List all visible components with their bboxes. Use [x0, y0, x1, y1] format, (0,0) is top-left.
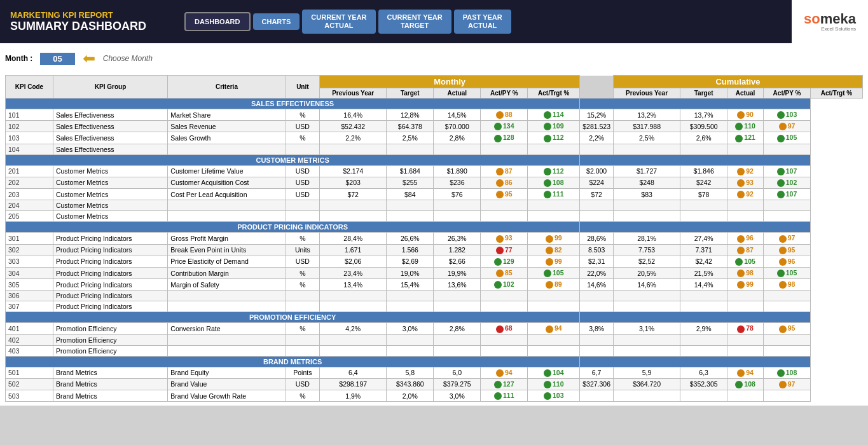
divider — [580, 76, 614, 99]
val-m-atrgt: 105 — [553, 269, 564, 277]
dot-c-atrgt — [777, 369, 785, 377]
row-c-apy: 98 — [727, 267, 764, 278]
dot-c-atrgt — [777, 270, 785, 277]
row-m-act: 19,9% — [434, 267, 481, 278]
table-row: 205 Customer Metrics — [6, 211, 863, 222]
row-m-tgt: $255 — [387, 177, 434, 188]
row-m-py: 16,4% — [320, 109, 387, 121]
row-c-tgt: 7.753 — [614, 244, 680, 256]
table-row: 303 Product Pricing Indicators Price Ela… — [6, 256, 863, 267]
col-kpi-group: KPI Group — [53, 76, 167, 99]
dot-c-atrgt — [779, 325, 787, 333]
row-m-py: 13,4% — [320, 279, 387, 291]
table-row: 307 Product Pricing Indicators — [6, 301, 863, 312]
nav-charts[interactable]: CHARTS — [253, 13, 300, 30]
row-unit: % — [286, 132, 320, 144]
nav-past-year[interactable]: PAST YEARACTUAL — [454, 10, 511, 34]
empty-group: Customer Metrics — [53, 211, 167, 222]
row-m-atrgt: 99 — [528, 233, 580, 244]
row-c-tgt: $248 — [614, 177, 680, 188]
row-m-act: $1.890 — [434, 165, 481, 177]
row-c-act: 7.371 — [680, 244, 727, 256]
row-c-apy: 96 — [727, 233, 764, 244]
dot-c-atrgt — [777, 135, 785, 142]
dot-m-apy — [496, 270, 504, 277]
row-c-atrgt: 97 — [764, 378, 811, 390]
row-c-act: $78 — [680, 189, 727, 200]
row-c-py: $224 — [580, 177, 614, 188]
row-c-tgt: $364.720 — [614, 378, 680, 390]
row-group: Product Pricing Indicators — [53, 233, 167, 244]
row-group: Sales Effectiveness — [53, 121, 167, 132]
empty-group: Sales Effectiveness — [53, 144, 167, 154]
dot-c-atrgt — [779, 247, 787, 254]
dot-m-apy — [494, 381, 502, 388]
val-c-apy: 78 — [746, 324, 754, 332]
row-c-atrgt: 95 — [764, 323, 811, 334]
row-m-apy: 128 — [481, 132, 528, 144]
val-m-atrgt: 109 — [553, 122, 564, 130]
row-c-py: 22,0% — [580, 267, 614, 278]
row-m-apy: 127 — [481, 378, 528, 390]
row-c-act: 2,9% — [680, 323, 727, 334]
nav-current-year-target[interactable]: CURRENT YEARTARGET — [378, 10, 451, 34]
row-m-atrgt: 110 — [528, 378, 580, 390]
row-code: 203 — [6, 189, 53, 200]
val-m-apy: 77 — [505, 246, 513, 254]
cumulative-header: Cumulative — [614, 76, 863, 88]
row-unit: % — [286, 109, 320, 121]
header-title: MARKETING KPI REPORT SUMMARY DASHBOARD — [0, 0, 178, 43]
dot-m-atrgt — [546, 325, 553, 333]
val-m-apy: 129 — [503, 257, 514, 265]
dot-m-atrgt — [546, 247, 553, 254]
row-m-atrgt: 104 — [528, 367, 580, 378]
logo: someka Excel Solutions — [792, 0, 868, 43]
dot-c-apy — [735, 123, 743, 130]
section-header: SALES EFFECTIVENESS — [6, 99, 863, 109]
row-m-apy: 134 — [481, 121, 528, 132]
table-row: 203 Customer Metrics Cost Per Lead Acqui… — [6, 189, 863, 200]
dot-c-atrgt — [779, 281, 787, 289]
table-row: 302 Product Pricing Indicators Break Eve… — [6, 244, 863, 256]
dot-c-apy — [737, 111, 745, 119]
row-c-atrgt: 97 — [764, 121, 811, 132]
kpi-table: KPI Code KPI Group Criteria Unit Monthly… — [5, 75, 863, 402]
row-c-apy: 99 — [727, 279, 764, 291]
empty-criteria — [168, 200, 286, 211]
dot-m-atrgt — [544, 135, 551, 142]
row-code: 304 — [6, 267, 53, 278]
dot-c-atrgt — [777, 111, 785, 119]
table-row: 305 Product Pricing Indicators Margin of… — [6, 279, 863, 291]
row-m-tgt: 2,0% — [387, 390, 434, 402]
nav-dashboard[interactable]: DASHBOARD — [184, 12, 251, 31]
row-group: Product Pricing Indicators — [53, 267, 167, 278]
row-unit: Units — [286, 244, 320, 256]
empty-group: Customer Metrics — [53, 200, 167, 211]
row-c-act: 27,4% — [680, 233, 727, 244]
table-row: 402 Promotion Efficiency — [6, 334, 863, 345]
empty-criteria — [168, 211, 286, 222]
month-label: Month : — [5, 54, 32, 63]
row-c-atrgt: 102 — [764, 177, 811, 188]
table-row: 403 Promotion Efficiency — [6, 345, 863, 356]
row-c-atrgt: 95 — [764, 244, 811, 256]
row-m-tgt: 26,6% — [387, 233, 434, 244]
dot-m-atrgt — [546, 281, 553, 289]
choose-month-label[interactable]: Choose Month — [103, 54, 153, 63]
val-m-apy: 87 — [505, 167, 513, 175]
nav-current-year-actual[interactable]: CURRENT YEARACTUAL — [302, 10, 375, 34]
dot-m-apy — [496, 325, 504, 333]
empty-code: 307 — [6, 301, 53, 312]
val-m-apy: 128 — [503, 134, 514, 141]
val-m-atrgt: 111 — [553, 190, 564, 198]
dot-m-atrgt — [546, 258, 553, 266]
row-code: 201 — [6, 165, 53, 177]
dot-m-atrgt — [544, 191, 551, 198]
row-m-tgt: $1.684 — [387, 165, 434, 177]
val-c-atrgt: 103 — [786, 111, 797, 118]
val-c-apy: 87 — [746, 246, 754, 254]
row-m-act: 2,8% — [434, 132, 481, 144]
month-value[interactable]: 05 — [40, 53, 74, 65]
row-unit: USD — [286, 378, 320, 390]
dot-c-apy — [737, 270, 745, 277]
